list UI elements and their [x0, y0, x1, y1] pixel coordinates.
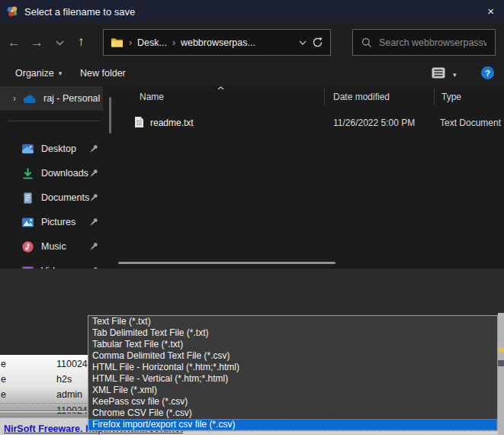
address-dropdown-chevron-icon[interactable]: [299, 40, 307, 45]
breadcrumb-current-folder[interactable]: webbrowserpas...: [181, 37, 255, 48]
chevron-down-icon: ▾: [59, 69, 63, 77]
file-list: Name Date modified Type readme: [116, 86, 504, 269]
recent-locations-chevron-icon[interactable]: [56, 40, 64, 46]
background-table-row: e admin: [0, 388, 88, 403]
music-icon: [21, 240, 34, 253]
organize-label: Organize: [15, 68, 54, 79]
sidebar-item-onedrive[interactable]: › raj - Personal: [0, 86, 103, 111]
dropdown-item[interactable]: Comma Delimited Text File (*.csv): [88, 350, 497, 362]
column-header-name[interactable]: Name: [140, 92, 164, 102]
column-separator: [434, 88, 435, 105]
pin-icon: [89, 193, 98, 202]
dropdown-item[interactable]: HTML File - Horizontal (*.htm;*.html): [88, 362, 497, 373]
dropdown-item[interactable]: KeePass csv file (*.csv): [88, 396, 497, 408]
search-placeholder: Search webbrowserpassview: [379, 37, 486, 48]
background-table-row: e 1100249: [0, 357, 88, 372]
pin-icon: [89, 218, 98, 227]
refresh-icon[interactable]: [312, 37, 323, 48]
sidebar-item-desktop[interactable]: Desktop: [0, 137, 103, 161]
dropdown-item[interactable]: Chrome CSV File (*.csv): [88, 408, 497, 419]
breadcrumb-separator-icon: ›: [172, 37, 175, 48]
text-file-icon: [134, 116, 144, 128]
file-name: readme.txt: [150, 118, 194, 128]
documents-icon: [21, 192, 34, 205]
background-app-right-edge: [498, 313, 504, 435]
background-table-row: e h2s: [0, 372, 88, 388]
new-folder-button[interactable]: New folder: [80, 68, 126, 79]
search-box[interactable]: Search webbrowserpassview: [352, 29, 496, 56]
sidebar-item-pictures[interactable]: Pictures: [0, 210, 103, 234]
pictures-icon: [21, 216, 34, 229]
titlebar: Select a filename to save ×: [0, 0, 504, 23]
chevron-right-icon[interactable]: ›: [13, 93, 16, 104]
column-separator: [324, 88, 325, 105]
sidebar-item-videos[interactable]: Videos: [0, 259, 103, 269]
pin-icon: [89, 144, 98, 153]
sidebar-separator: [8, 121, 100, 121]
sidebar-item-label: Downloads: [41, 168, 88, 179]
folder-icon: [111, 37, 124, 48]
view-mode-icon[interactable]: [432, 67, 445, 79]
breadcrumb-separator-icon: ›: [129, 37, 132, 48]
back-button[interactable]: ←: [8, 36, 21, 49]
dialog-title: Select a filename to save: [24, 6, 135, 18]
search-icon: [361, 37, 372, 48]
horizontal-scrollbar[interactable]: [118, 262, 335, 264]
pin-icon: [89, 169, 98, 178]
column-header-type[interactable]: Type: [441, 92, 461, 102]
app-icon: [6, 5, 18, 18]
forward-button[interactable]: →: [30, 36, 43, 49]
save-dialog-window: Select a filename to save × ← → ↑ › Desk…: [0, 0, 504, 435]
file-type: Text Document: [440, 118, 501, 128]
sidebar-item-label: Music: [41, 241, 66, 252]
new-folder-label: New folder: [80, 68, 126, 79]
save-as-type-dropdown: Text File (*.txt) Tab Delimited Text Fil…: [88, 315, 498, 431]
sort-ascending-icon: [217, 86, 224, 90]
dropdown-item[interactable]: Tab Delimited Text File (*.txt): [88, 327, 497, 339]
dropdown-item-selected[interactable]: Firefox import/export csv file (*.csv): [88, 419, 497, 430]
breadcrumb-desktop[interactable]: Desk...: [137, 37, 167, 48]
sidebar-item-label: Pictures: [41, 217, 75, 227]
up-button[interactable]: ↑: [78, 35, 85, 48]
background-fragment: [498, 360, 504, 366]
close-button[interactable]: ×: [487, 5, 494, 18]
help-button[interactable]: ?: [481, 66, 494, 79]
downloads-icon: [21, 167, 34, 180]
organize-button[interactable]: Organize ▾: [15, 68, 62, 79]
file-date-modified: 11/26/2022 5:00 PM: [333, 118, 415, 128]
desktop-icon: [21, 143, 34, 156]
sidebar-item-music[interactable]: Music: [0, 234, 103, 259]
sidebar-item-label: Desktop: [41, 143, 76, 154]
dropdown-item[interactable]: HTML File - Vertical (*.htm;*.html): [88, 373, 497, 385]
command-bar: Organize ▾ New folder ▾ ?: [0, 63, 504, 86]
dropdown-item[interactable]: Tabular Text File (*.txt): [88, 339, 497, 350]
background-fragment: [498, 347, 504, 352]
view-mode-chevron-icon[interactable]: ▾: [453, 71, 457, 79]
onedrive-cloud-icon: [23, 94, 37, 104]
dropdown-item[interactable]: XML File (*.xml): [88, 385, 497, 396]
pin-icon: [89, 242, 98, 251]
main-area: › raj - Personal Desktop: [0, 86, 504, 269]
column-header-date-modified[interactable]: Date modified: [333, 92, 390, 102]
sidebar-item-label: Documents: [41, 192, 89, 203]
sidebar-item-documents[interactable]: Documents: [0, 185, 103, 210]
background-statusbar-divider: [0, 411, 88, 412]
address-bar[interactable]: › Desk... › webbrowserpas...: [103, 29, 331, 56]
sidebar-item-label: raj - Personal: [43, 93, 100, 104]
sidebar-scrollbar[interactable]: [109, 97, 111, 134]
dropdown-item[interactable]: Text File (*.txt): [88, 316, 497, 327]
sidebar-item-downloads[interactable]: Downloads: [0, 161, 103, 185]
